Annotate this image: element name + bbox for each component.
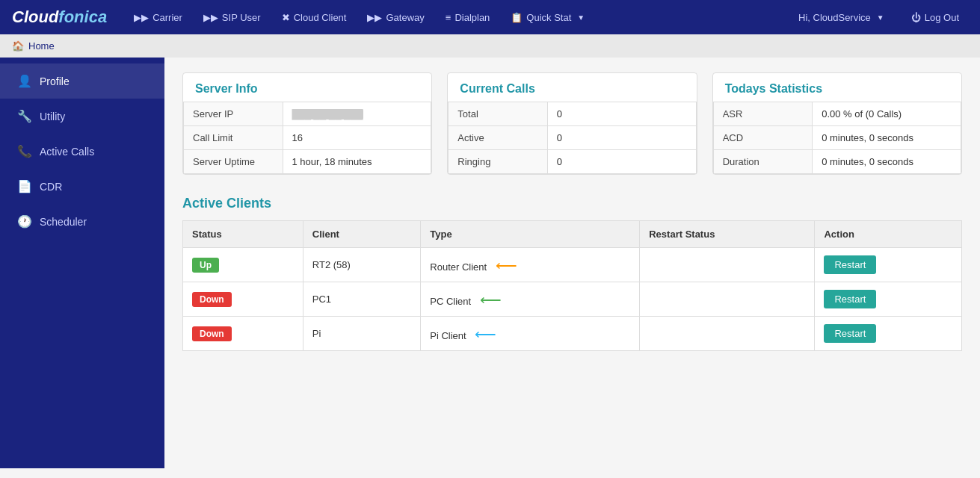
table-row: Down Pi Pi Client ⟵ Restart <box>183 317 962 351</box>
nav-links: ▶▶ Carrier ▶▶ SIP User ✖ Cloud Client ▶▶… <box>125 6 789 29</box>
server-info-title: Server Info <box>183 73 431 102</box>
clients-table: Status Client Type Restart Status Action… <box>182 220 962 351</box>
main-layout: 👤 Profile 🔧 Utility 📞 Active Calls 📄 CDR… <box>0 58 980 468</box>
sidebar-item-scheduler[interactable]: 🕐 Scheduler <box>0 204 164 239</box>
todays-stats-card: Todays Statistics ASR 0.00 % of (0 Calls… <box>712 72 962 175</box>
acd-value: 0 minutes, 0 seconds <box>813 126 961 150</box>
breadcrumb: 🏠 Home <box>0 34 980 58</box>
arrow-blue-icon: ⟵ <box>475 326 496 342</box>
sidebar: 👤 Profile 🔧 Utility 📞 Active Calls 📄 CDR… <box>0 58 164 468</box>
clients-table-head: Status Client Type Restart Status Action <box>183 221 962 248</box>
breadcrumb-home[interactable]: Home <box>28 40 55 52</box>
row1-action: Restart <box>815 248 962 282</box>
row1-status: Up <box>183 248 303 282</box>
col-status: Status <box>183 221 303 248</box>
scheduler-icon: 🕐 <box>17 214 32 229</box>
current-calls-table: Total 0 Active 0 Ringing 0 <box>448 102 696 174</box>
ringing-label: Ringing <box>449 150 548 174</box>
asr-value: 0.00 % of (0 Calls) <box>813 102 961 126</box>
nav-right: Hi, CloudService ▼ ⏻ Log Out <box>789 6 968 29</box>
row3-type: Pi Client ⟵ <box>421 317 640 351</box>
carrier-icon: ▶▶ <box>134 12 149 23</box>
row2-type: PC Client ⟵ <box>421 282 640 317</box>
status-badge-down2: Down <box>192 326 232 341</box>
server-uptime-value: 1 hour, 18 minutes <box>283 150 431 174</box>
nav-cloud-client[interactable]: ✖ Cloud Client <box>273 6 356 29</box>
restart-button[interactable]: Restart <box>824 290 876 308</box>
status-badge-up: Up <box>192 258 219 273</box>
current-calls-card: Current Calls Total 0 Active 0 Ringing 0 <box>447 72 697 175</box>
table-row: Up RT2 (58) Router Client ⟵ Restart <box>183 248 962 282</box>
profile-icon: 👤 <box>17 74 32 88</box>
row2-status: Down <box>183 282 303 317</box>
sidebar-item-cdr[interactable]: 📄 CDR <box>0 169 164 204</box>
total-value: 0 <box>547 102 696 126</box>
active-value: 0 <box>547 126 696 150</box>
nav-dialplan[interactable]: ≡ Dialplan <box>437 6 499 29</box>
server-ip-value: ███ ██ ██ ███ <box>283 102 431 126</box>
row3-status: Down <box>183 317 303 351</box>
duration-label: Duration <box>713 150 813 174</box>
table-row: ACD 0 minutes, 0 seconds <box>713 126 961 150</box>
active-clients-title: Active Clients <box>182 196 962 211</box>
main-content: Server Info Server IP ███ ██ ██ ███ Call… <box>164 58 980 468</box>
sidebar-item-profile[interactable]: 👤 Profile <box>0 63 164 99</box>
navbar: Cloudfonica ▶▶ Carrier ▶▶ SIP User ✖ Clo… <box>0 0 980 34</box>
info-cards-row: Server Info Server IP ███ ██ ██ ███ Call… <box>182 72 962 175</box>
table-row: Active 0 <box>449 126 696 150</box>
table-row: Server Uptime 1 hour, 18 minutes <box>184 150 431 174</box>
col-type: Type <box>421 221 640 248</box>
server-uptime-label: Server Uptime <box>184 150 283 174</box>
todays-stats-table: ASR 0.00 % of (0 Calls) ACD 0 minutes, 0… <box>713 102 961 174</box>
logout-button[interactable]: ⏻ Log Out <box>902 6 968 29</box>
table-row: Duration 0 minutes, 0 seconds <box>713 150 961 174</box>
activecalls-icon: 📞 <box>17 144 32 158</box>
col-restart-status: Restart Status <box>640 221 815 248</box>
nav-gateway[interactable]: ▶▶ Gateway <box>358 6 433 29</box>
sip-icon: ▶▶ <box>203 12 218 23</box>
table-row: Ringing 0 <box>449 150 696 174</box>
call-limit-label: Call Limit <box>184 126 283 150</box>
sidebar-item-active-calls[interactable]: 📞 Active Calls <box>0 134 164 169</box>
nav-sip-user[interactable]: ▶▶ SIP User <box>194 6 270 29</box>
row3-restart-status <box>640 317 815 351</box>
call-limit-value: 16 <box>283 126 431 150</box>
dialplan-icon: ≡ <box>446 12 452 23</box>
user-dropdown-icon: ▼ <box>877 13 884 22</box>
arrow-orange-icon: ⟵ <box>496 257 517 273</box>
server-ip-label: Server IP <box>184 102 283 126</box>
asr-label: ASR <box>713 102 813 126</box>
row1-client: RT2 (58) <box>303 248 420 282</box>
table-row: Down PC1 PC Client ⟵ Restart <box>183 282 962 317</box>
col-action: Action <box>815 221 962 248</box>
cloud-icon: ✖ <box>282 12 290 23</box>
gateway-icon: ▶▶ <box>367 12 382 23</box>
home-icon: 🏠 <box>12 40 24 52</box>
current-calls-title: Current Calls <box>448 73 696 102</box>
server-info-card: Server Info Server IP ███ ██ ██ ███ Call… <box>182 72 432 175</box>
ringing-value: 0 <box>547 150 696 174</box>
quickstat-icon: 📋 <box>511 12 523 23</box>
quickstat-dropdown-icon: ▼ <box>577 13 585 22</box>
table-header-row: Status Client Type Restart Status Action <box>183 221 962 248</box>
user-menu[interactable]: Hi, CloudService ▼ <box>789 6 893 29</box>
utility-icon: 🔧 <box>17 109 32 123</box>
row2-action: Restart <box>815 282 962 317</box>
row1-restart-status <box>640 248 815 282</box>
restart-button[interactable]: Restart <box>824 324 876 343</box>
todays-stats-title: Todays Statistics <box>713 73 961 102</box>
cdr-icon: 📄 <box>17 179 32 193</box>
nav-quick-stat[interactable]: 📋 Quick Stat ▼ <box>502 6 594 29</box>
brand-logo[interactable]: Cloudfonica <box>12 7 107 27</box>
clients-table-body: Up RT2 (58) Router Client ⟵ Restart Down <box>183 248 962 351</box>
row1-type: Router Client ⟵ <box>421 248 640 282</box>
nav-carrier[interactable]: ▶▶ Carrier <box>125 6 191 29</box>
power-icon: ⏻ <box>911 12 921 23</box>
table-row: Server IP ███ ██ ██ ███ <box>184 102 431 126</box>
server-info-table: Server IP ███ ██ ██ ███ Call Limit 16 Se… <box>183 102 431 174</box>
row2-client: PC1 <box>303 282 420 317</box>
col-client: Client <box>303 221 420 248</box>
sidebar-item-utility[interactable]: 🔧 Utility <box>0 99 164 134</box>
restart-button[interactable]: Restart <box>824 255 876 274</box>
status-badge-down: Down <box>192 292 232 307</box>
